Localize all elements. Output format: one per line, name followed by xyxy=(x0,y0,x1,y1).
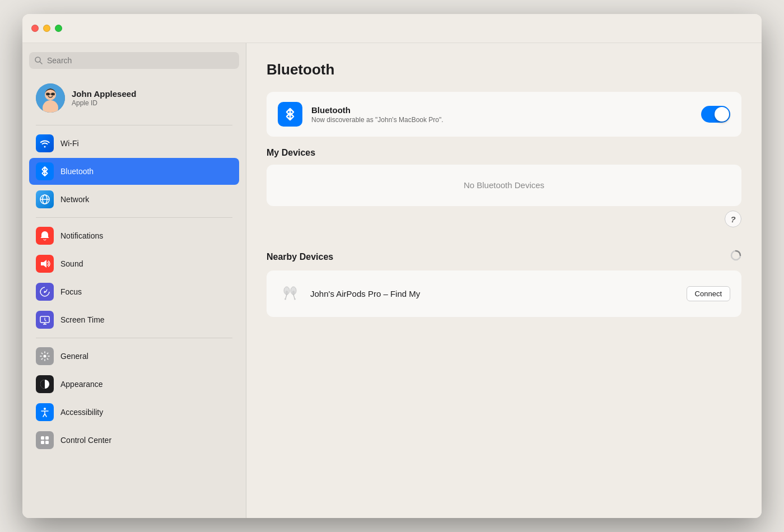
sidebar-item-general[interactable]: General xyxy=(29,343,239,370)
general-icon xyxy=(36,347,54,365)
user-profile[interactable]: John Appleseed Apple ID xyxy=(29,79,239,117)
sidebar: John Appleseed Apple ID Wi-Fi xyxy=(22,43,246,518)
sidebar-item-label: Screen Time xyxy=(60,315,105,324)
sidebar-item-sound[interactable]: Sound xyxy=(29,250,239,277)
my-devices-title: My Devices xyxy=(267,148,741,158)
connect-button[interactable]: Connect xyxy=(687,286,730,301)
bluetooth-row: Bluetooth Now discoverable as "John's Ma… xyxy=(267,92,741,137)
content-area: Bluetooth Bluetooth Now discoverable as … xyxy=(246,43,762,518)
bluetooth-card-title: Bluetooth xyxy=(311,105,692,115)
svg-line-1 xyxy=(40,62,42,64)
svg-rect-21 xyxy=(41,436,44,440)
device-name: John's AirPods Pro – Find My xyxy=(310,289,679,298)
bluetooth-toggle[interactable] xyxy=(701,106,730,123)
sidebar-item-label: General xyxy=(60,352,88,361)
sidebar-item-label: Network xyxy=(60,195,89,204)
sidebar-item-appearance[interactable]: Appearance xyxy=(29,371,239,398)
svg-rect-23 xyxy=(41,441,44,444)
bluetooth-sidebar-icon xyxy=(36,162,54,180)
sidebar-section-network: Wi-Fi Bluetooth xyxy=(29,130,239,213)
sidebar-item-network[interactable]: Network xyxy=(29,186,239,213)
toggle-knob xyxy=(715,107,729,122)
sidebar-item-label: Focus xyxy=(60,287,82,296)
bluetooth-text: Bluetooth Now discoverable as "John's Ma… xyxy=(311,105,692,124)
user-info: John Appleseed Apple ID xyxy=(72,89,136,107)
search-bar[interactable] xyxy=(29,52,239,69)
sidebar-item-controlcenter[interactable]: Control Center xyxy=(29,427,239,454)
svg-line-32 xyxy=(293,295,295,298)
svg-point-29 xyxy=(284,298,286,300)
sidebar-item-bluetooth[interactable]: Bluetooth xyxy=(29,158,239,185)
svg-point-18 xyxy=(44,355,46,358)
user-subtitle: Apple ID xyxy=(72,99,136,107)
nearby-devices-title: Nearby Devices xyxy=(267,252,730,262)
sidebar-item-focus[interactable]: Focus xyxy=(29,278,239,305)
bluetooth-card-description: Now discoverable as "John's MacBook Pro"… xyxy=(311,116,692,124)
traffic-lights xyxy=(31,25,62,32)
airpods-icon xyxy=(278,279,302,308)
network-icon xyxy=(36,190,54,208)
sidebar-item-label: Appearance xyxy=(60,380,103,389)
system-preferences-window: John Appleseed Apple ID Wi-Fi xyxy=(22,14,762,518)
avatar xyxy=(36,83,65,113)
sidebar-item-label: Wi-Fi xyxy=(60,139,79,148)
svg-rect-22 xyxy=(45,436,49,440)
close-button[interactable] xyxy=(31,25,39,32)
loading-spinner xyxy=(730,250,741,264)
user-name: John Appleseed xyxy=(72,89,136,99)
sidebar-item-label: Control Center xyxy=(60,436,111,445)
sidebar-item-label: Accessibility xyxy=(60,408,103,417)
appearance-icon xyxy=(36,375,54,393)
sidebar-divider-3 xyxy=(36,338,232,338)
sidebar-item-wifi[interactable]: Wi-Fi xyxy=(29,130,239,157)
sidebar-item-accessibility[interactable]: Accessibility xyxy=(29,399,239,426)
search-input[interactable] xyxy=(47,56,234,65)
page-title: Bluetooth xyxy=(267,61,741,78)
bluetooth-card-icon xyxy=(278,102,302,127)
sidebar-item-label: Bluetooth xyxy=(60,167,94,176)
titlebar xyxy=(22,14,762,43)
sidebar-item-notifications[interactable]: Notifications xyxy=(29,222,239,249)
nearby-devices-header: Nearby Devices xyxy=(267,250,741,264)
sidebar-section-system: Notifications Sound xyxy=(29,222,239,333)
controlcenter-icon xyxy=(36,431,54,449)
sidebar-divider-1 xyxy=(36,125,232,125)
sidebar-item-label: Notifications xyxy=(60,231,103,240)
sound-icon xyxy=(36,255,54,273)
svg-point-20 xyxy=(44,408,46,410)
sidebar-item-screentime[interactable]: Screen Time xyxy=(29,306,239,333)
device-row: John's AirPods Pro – Find My Connect xyxy=(267,270,741,317)
svg-point-33 xyxy=(294,298,296,300)
search-icon xyxy=(35,57,43,64)
screentime-icon xyxy=(36,311,54,329)
wifi-icon xyxy=(36,134,54,152)
minimize-button[interactable] xyxy=(43,25,50,32)
sidebar-item-label: Sound xyxy=(60,259,83,268)
nearby-devices-card: John's AirPods Pro – Find My Connect xyxy=(267,270,741,317)
notifications-icon xyxy=(36,227,54,245)
svg-rect-7 xyxy=(46,93,50,96)
svg-line-28 xyxy=(286,295,287,298)
accessibility-icon xyxy=(36,403,54,421)
no-devices-box: No Bluetooth Devices xyxy=(267,165,741,206)
svg-rect-8 xyxy=(51,93,55,96)
svg-marker-13 xyxy=(41,260,46,268)
focus-icon xyxy=(36,283,54,301)
svg-point-14 xyxy=(44,291,46,293)
sidebar-divider-2 xyxy=(36,217,232,218)
bluetooth-card: Bluetooth Now discoverable as "John's Ma… xyxy=(267,92,741,137)
sidebar-section-prefs: General Appearance xyxy=(29,343,239,454)
maximize-button[interactable] xyxy=(55,25,62,32)
svg-rect-24 xyxy=(45,441,49,444)
main-layout: John Appleseed Apple ID Wi-Fi xyxy=(22,43,762,518)
no-devices-label: No Bluetooth Devices xyxy=(464,180,544,190)
help-button[interactable]: ? xyxy=(725,211,741,227)
